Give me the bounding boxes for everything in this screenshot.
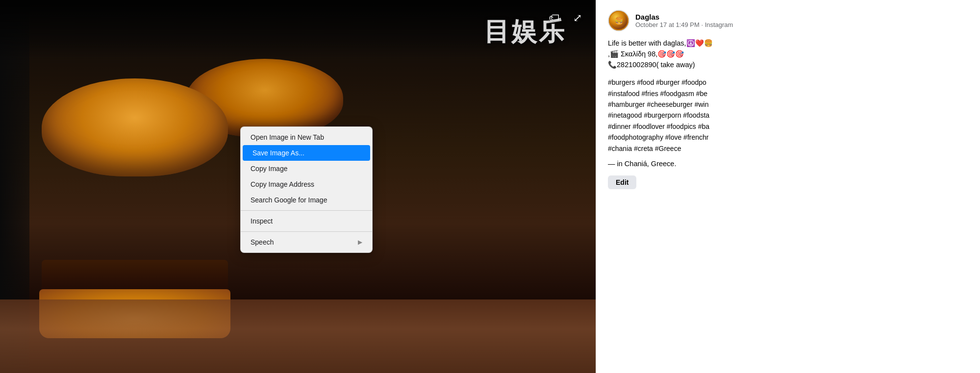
post-location: — in Chaniá, Greece. bbox=[608, 160, 968, 168]
tag-icon[interactable]: 🏷 bbox=[545, 9, 563, 27]
table-surface bbox=[0, 299, 596, 373]
post-author[interactable]: Daglas bbox=[635, 13, 733, 21]
context-menu-divider-1 bbox=[241, 210, 372, 211]
context-menu-copy-image[interactable]: Copy Image bbox=[241, 161, 372, 176]
post-meta: Daglas October 17 at 1:49 PM · Instagram bbox=[635, 13, 733, 28]
speech-arrow-icon: ▶ bbox=[358, 239, 362, 246]
context-menu-search-google[interactable]: Search Google for Image bbox=[241, 192, 372, 208]
context-menu-open-new-tab[interactable]: Open Image in New Tab bbox=[241, 129, 372, 145]
context-menu-save-image[interactable]: Save Image As... bbox=[243, 145, 370, 161]
context-menu-inspect[interactable]: Inspect bbox=[241, 213, 372, 229]
post-header: 🍔 Daglas October 17 at 1:49 PM · Instagr… bbox=[608, 10, 968, 31]
location-name: Chaniá, Greece. bbox=[625, 160, 677, 168]
image-area: 目娱乐 🏷 ⤢ Open Image in New Tab Save Image… bbox=[0, 0, 596, 373]
context-menu-divider-2 bbox=[241, 231, 372, 232]
front-burger-bun-top bbox=[42, 78, 228, 176]
right-panel: 🍔 Daglas October 17 at 1:49 PM · Instagr… bbox=[596, 0, 980, 373]
expand-icon[interactable]: ⤢ bbox=[568, 9, 587, 27]
context-menu: Open Image in New Tab Save Image As... C… bbox=[240, 126, 373, 253]
context-menu-copy-image-address[interactable]: Copy Image Address bbox=[241, 176, 372, 192]
post-time: October 17 at 1:49 PM · Instagram bbox=[635, 21, 733, 28]
avatar-image: 🍔 bbox=[609, 11, 628, 30]
speech-label: Speech bbox=[251, 238, 274, 246]
post-content: Life is better with daglas,☮️❤️🍔 ,🎬 Σκαλ… bbox=[608, 38, 968, 70]
edit-button[interactable]: Edit bbox=[608, 175, 636, 189]
image-toolbar: 🏷 ⤢ bbox=[545, 9, 587, 27]
avatar: 🍔 bbox=[608, 10, 629, 31]
post-hashtags: #burgers #food #burger #foodpo #instafoo… bbox=[608, 77, 968, 154]
context-menu-speech[interactable]: Speech ▶ bbox=[241, 234, 372, 250]
